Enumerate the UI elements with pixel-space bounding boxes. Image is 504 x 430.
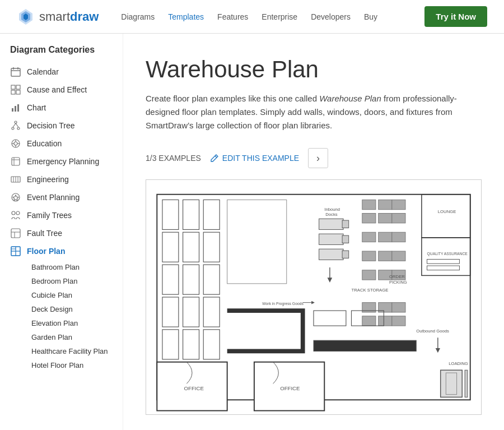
edit-icon [210,154,219,163]
sub-item-bathroom-plan[interactable]: Bathroom Plan [27,260,117,274]
svg-text:OFFICE: OFFICE [184,385,204,391]
sub-item-hotel-floor-plan[interactable]: Hotel Floor Plan [27,358,117,372]
family-trees-icon [10,210,21,221]
svg-rect-7 [11,85,15,89]
svg-rect-103 [392,316,405,326]
nav-enterprise[interactable]: Enterprise [262,12,297,21]
svg-text:Inbound: Inbound [324,207,340,212]
sidebar-item-education[interactable]: Education [6,135,117,152]
nav-features[interactable]: Features [217,12,248,21]
engineering-icon [10,174,21,185]
svg-point-33 [12,211,15,215]
svg-rect-9 [11,90,15,94]
floor-plan-sub-items: Bathroom Plan Bedroom Plan Cubicle Plan … [6,260,117,372]
event-planning-icon [10,192,21,203]
sub-item-bedroom-plan[interactable]: Bedroom Plan [27,274,117,288]
sidebar-item-chart[interactable]: Chart [6,99,117,117]
sidebar-item-emergency-planning[interactable]: Emergency Planning [6,152,117,170]
svg-rect-81 [362,270,376,280]
svg-rect-70 [379,200,392,209]
svg-rect-11 [12,108,13,112]
svg-rect-102 [379,316,392,326]
sidebar-label-education: Education [27,139,62,148]
sidebar-item-engineering[interactable]: Engineering [6,170,117,188]
nav-buy[interactable]: Buy [364,12,377,21]
nav-templates[interactable]: Templates [168,12,204,21]
sidebar-title: Diagram Categories [6,45,117,55]
svg-rect-69 [362,200,376,209]
svg-rect-10 [16,90,20,94]
chart-icon [10,102,21,113]
svg-rect-112 [465,370,468,397]
svg-text:Work in Progress Goods: Work in Progress Goods [262,302,304,306]
svg-point-16 [17,127,20,130]
sub-item-garden-plan[interactable]: Garden Plan [27,330,117,344]
svg-point-14 [15,121,17,123]
sub-item-cubicle-plan[interactable]: Cubicle Plan [27,288,117,302]
examples-count: 1/3 EXAMPLES [146,154,201,163]
sub-item-healthcare-facility-plan[interactable]: Healthcare Facility Plan [27,344,117,358]
education-icon [10,138,21,149]
svg-rect-62 [319,219,343,229]
warehouse-plan-svg: Inbound Docks [146,180,481,414]
sidebar-item-fault-tree[interactable]: Fault Tree [6,224,117,242]
svg-rect-76 [379,232,392,242]
svg-rect-65 [342,235,349,243]
svg-rect-64 [319,234,343,244]
sidebar-item-event-planning[interactable]: Event Planning [6,188,117,206]
sidebar-label-chart: Chart [27,103,46,112]
page-layout: Diagram Categories Calendar Cause and Ef… [0,34,504,430]
navbar: smartdraw Diagrams Templates Features En… [0,0,504,34]
sub-item-deck-design[interactable]: Deck Design [27,302,117,316]
svg-rect-25 [12,158,20,165]
sidebar-label-decision-tree: Decision Tree [27,121,75,130]
sidebar-item-decision-tree[interactable]: Decision Tree [6,117,117,135]
sidebar-item-family-trees[interactable]: Family Trees [6,206,117,224]
svg-text:ORDER: ORDER [389,274,405,279]
next-example-button[interactable]: › [308,148,328,168]
svg-text:QUALITY ASSURANCE: QUALITY ASSURANCE [427,252,468,256]
svg-rect-67 [342,251,349,258]
nav-links: Diagrams Templates Features Enterprise D… [121,12,424,21]
svg-rect-80 [392,251,405,261]
emergency-planning-icon [10,156,21,167]
warehouse-diagram: Inbound Docks [146,179,482,415]
logo-icon [17,8,35,26]
nav-developers[interactable]: Developers [311,12,351,21]
svg-line-42 [215,156,217,158]
svg-text:Outbound Goods: Outbound Goods [416,329,449,334]
sidebar: Diagram Categories Calendar Cause and Ef… [0,34,123,430]
logo[interactable]: smartdraw [17,8,99,26]
svg-rect-73 [379,214,392,223]
main-content: Warehouse Plan Create floor plan example… [123,34,504,430]
sidebar-item-floor-plan[interactable]: Floor Plan [6,242,117,260]
svg-text:LOADING: LOADING [449,361,468,366]
svg-text:TRACK STORAGE: TRACK STORAGE [352,288,389,293]
svg-text:Docks: Docks [325,212,338,217]
svg-rect-35 [11,229,20,238]
sidebar-label-calendar: Calendar [27,67,59,76]
svg-text:PICKING: PICKING [389,280,407,285]
sidebar-label-family-trees: Family Trees [27,211,72,220]
svg-point-20 [14,142,17,145]
svg-rect-100 [392,303,405,312]
svg-rect-101 [362,316,376,326]
nav-diagrams[interactable]: Diagrams [121,12,155,21]
sub-item-elevation-plan[interactable]: Elevation Plan [27,316,117,330]
svg-rect-72 [362,214,376,223]
calendar-icon [10,66,21,77]
sidebar-label-cause-effect: Cause and Effect [27,85,87,94]
decision-tree-icon [10,120,21,131]
svg-rect-3 [11,68,20,76]
edit-example-link[interactable]: EDIT THIS EXAMPLE [210,154,299,163]
svg-point-15 [12,127,14,130]
cause-effect-icon [10,84,21,95]
svg-rect-79 [379,251,392,261]
svg-rect-110 [441,370,463,397]
sidebar-item-calendar[interactable]: Calendar [6,63,117,81]
svg-rect-77 [392,232,405,242]
sidebar-item-cause-effect[interactable]: Cause and Effect [6,81,117,99]
page-title: Warehouse Plan [146,56,482,83]
try-it-now-button[interactable]: Try it Now [424,6,487,27]
svg-rect-78 [362,251,376,261]
